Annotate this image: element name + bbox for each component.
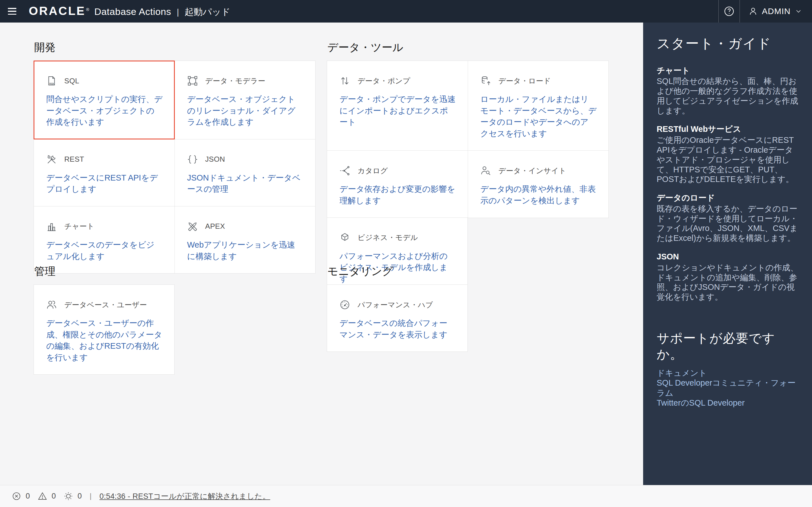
- main-area: 開発 SQL SQL 問合せやスクリプトの実行、データベース・オブジェクトの作成…: [0, 22, 812, 485]
- card-link[interactable]: データベース・ユーザーの作成、権限とその他のパラメータの編集、およびRESTの有…: [46, 318, 162, 363]
- menu-icon[interactable]: [8, 8, 16, 15]
- rest-tools-icon: [46, 154, 57, 165]
- card-performance-hub[interactable]: パフォーマンス・ハブ データベースの統合パフォーマンス・データを表示します: [327, 284, 468, 352]
- card-title: カタログ: [357, 166, 388, 176]
- gauge-icon: [340, 299, 350, 310]
- help-button[interactable]: [718, 0, 740, 22]
- question-mark-icon: [723, 6, 735, 17]
- start-guide-sidebar: スタート・ガイド チャート SQL問合せの結果から、面、棒、円および他の一般的な…: [643, 22, 812, 485]
- section-title-development: 開発: [34, 41, 315, 54]
- left-column: 開発 SQL SQL 問合せやスクリプトの実行、データベース・オブジェクトの作成…: [34, 41, 315, 485]
- card-rest[interactable]: REST データベースにREST APIをデプロイします: [34, 139, 175, 207]
- card-data-insights[interactable]: データ・インサイト データ内の異常や外れ値、非表示のパターンを検出します: [468, 151, 609, 218]
- admin-section: 管理 データベース・ユーザー データベース・ユーザーの作成、権限とその他のパラ: [34, 265, 315, 374]
- sql-document-icon: SQL: [46, 75, 57, 86]
- card-apex[interactable]: APEX Webアプリケーションを迅速に構築します: [174, 206, 316, 274]
- card-link[interactable]: データ・ポンプでデータを迅速にインポートおよびエクスポート: [340, 94, 456, 128]
- svg-text:SQL: SQL: [49, 82, 55, 85]
- card-head: チャート: [46, 221, 163, 232]
- chevron-down-icon: [795, 7, 802, 15]
- sidebar-topic-charts: チャート SQL問合せの結果から、面、棒、円および他の一般的なグラフ作成方法を使…: [657, 65, 799, 116]
- bar-chart-icon: [46, 221, 57, 232]
- card-title: APEX: [205, 222, 225, 231]
- card-head: データ・モデラー: [187, 75, 304, 86]
- card-head: JSON: [187, 154, 304, 165]
- card-charts[interactable]: チャート データベースのデータをビジュアル化します: [34, 206, 175, 274]
- card-title: チャート: [64, 221, 94, 231]
- apex-pencils-icon: [187, 221, 198, 232]
- card-link[interactable]: データ依存および変更の影響を理解します: [340, 183, 456, 206]
- card-head: パフォーマンス・ハブ: [340, 299, 456, 310]
- status-message-link[interactable]: 0:54:36 - RESTコールが正常に解決されました。: [100, 491, 270, 501]
- error-circle-icon: [12, 492, 21, 501]
- monitoring-section: モニタリング パフォーマンス・ハブ データベースの統合パフォーマンス・データを: [327, 265, 608, 351]
- topic-body: SQL問合せの結果から、面、棒、円および他の一般的なグラフ作成方法を使用してビジ…: [657, 76, 799, 115]
- users-icon: [46, 299, 57, 310]
- right-column: データ・ツール データ・ポンプ データ・ポンプでデータを迅速にインポートおよびエ…: [327, 41, 608, 485]
- card-head: データベース・ユーザー: [46, 299, 162, 310]
- link-community-forum[interactable]: SQL Developerコミュニティ・フォーラム: [657, 378, 799, 398]
- data-modeler-icon: [187, 75, 198, 86]
- card-head: データ・ロード: [480, 75, 597, 86]
- link-documentation[interactable]: ドキュメント: [657, 368, 799, 378]
- card-link[interactable]: ローカル・ファイルまたはリモート・データベースから、データのロードやデータへのア…: [480, 94, 597, 139]
- card-title: SQL: [64, 76, 79, 86]
- section-title-monitoring: モニタリング: [327, 265, 608, 277]
- page-title: 起動パッド: [185, 6, 231, 18]
- card-head: SQL SQL: [46, 75, 163, 86]
- card-sql[interactable]: SQL SQL 問合せやスクリプトの実行、データベース・オブジェクトの作成を行い…: [34, 61, 175, 139]
- topic-body: コレクションやドキュメントの作成、ドキュメントの追加や編集、削除、参照、およびJ…: [657, 263, 799, 302]
- card-link[interactable]: データ内の異常や外れ値、非表示のパターンを検出します: [480, 183, 597, 206]
- topic-body: 既存の表を移入するか、データのロード・ウィザードを使用してローカル・ファイル(A…: [657, 204, 799, 243]
- topic-heading: データのロード: [657, 193, 799, 203]
- product-title: Database Actions: [94, 6, 171, 17]
- link-twitter[interactable]: TwitterのSQL Developer: [657, 398, 799, 408]
- card-catalog[interactable]: カタログ データ依存および変更の影響を理解します: [327, 151, 468, 218]
- card-json[interactable]: JSON JSONドキュメント・データベースの管理: [174, 139, 316, 207]
- status-bar: 0 0 0 | 0:54:36 - RESTコールが正常に解決されました。: [0, 485, 812, 507]
- card-title: データ・ポンプ: [357, 76, 410, 86]
- card-head: APEX: [187, 221, 304, 232]
- card-title: データ・モデラー: [205, 76, 265, 86]
- card-title: REST: [64, 155, 84, 164]
- user-label: ADMIN: [762, 6, 791, 16]
- app-header: ORACLE® Database Actions | 起動パッド ADMIN: [0, 0, 812, 22]
- card-link[interactable]: データベースのデータをビジュアル化します: [46, 239, 163, 262]
- warning-count: 0: [52, 492, 56, 501]
- person-search-icon: [480, 165, 491, 176]
- section-title-data-tools: データ・ツール: [327, 41, 608, 54]
- user-menu[interactable]: ADMIN: [740, 0, 812, 22]
- header-actions: ADMIN: [718, 0, 812, 22]
- database-upload-icon: [480, 75, 491, 86]
- cube-icon: [340, 232, 350, 243]
- card-title: データベース・ユーザー: [64, 300, 147, 310]
- card-link[interactable]: Webアプリケーションを迅速に構築します: [187, 239, 304, 262]
- card-link[interactable]: JSONドキュメント・データベースの管理: [187, 172, 304, 195]
- topic-heading: JSON: [657, 251, 799, 262]
- card-link[interactable]: データベース・オブジェクトのリレーショナル・ダイアグラムを作成します: [187, 94, 304, 128]
- card-head: データ・ポンプ: [340, 75, 456, 86]
- database-actions-launchpad: ORACLE® Database Actions | 起動パッド ADMIN: [0, 0, 812, 507]
- card-data-modeler[interactable]: データ・モデラー データベース・オブジェクトのリレーショナル・ダイアグラムを作成…: [174, 61, 316, 139]
- card-link[interactable]: データベースにREST APIをデプロイします: [46, 172, 163, 195]
- process-count-button[interactable]: 0: [64, 492, 82, 501]
- card-link[interactable]: データベースの統合パフォーマンス・データを表示します: [340, 318, 456, 340]
- card-link[interactable]: 問合せやスクリプトの実行、データベース・オブジェクトの作成を行います: [46, 94, 163, 128]
- topic-heading: チャート: [657, 65, 799, 76]
- sidebar-topic-json: JSON コレクションやドキュメントの作成、ドキュメントの追加や編集、削除、参照…: [657, 251, 799, 302]
- warning-triangle-icon: [38, 492, 47, 501]
- card-title: パフォーマンス・ハブ: [357, 300, 433, 310]
- brand-area: ORACLE® Database Actions | 起動パッド: [29, 4, 231, 18]
- card-head: REST: [46, 154, 163, 165]
- oracle-logo: ORACLE: [29, 4, 86, 18]
- error-count-button[interactable]: 0: [12, 492, 30, 501]
- card-title: データ・ロード: [499, 76, 551, 86]
- warning-count-button[interactable]: 0: [38, 492, 56, 501]
- sidebar-title: スタート・ガイド: [657, 36, 799, 52]
- sidebar-topic-data-loading: データのロード 既存の表を移入するか、データのロード・ウィザードを使用してローカ…: [657, 193, 799, 243]
- card-data-pump[interactable]: データ・ポンプ データ・ポンプでデータを迅速にインポートおよびエクスポート: [327, 61, 468, 151]
- error-count: 0: [26, 492, 30, 501]
- topic-heading: RESTful Webサービス: [657, 124, 799, 135]
- card-data-load[interactable]: データ・ロード ローカル・ファイルまたはリモート・データベースから、データのロー…: [468, 61, 609, 151]
- card-database-users[interactable]: データベース・ユーザー データベース・ユーザーの作成、権限とその他のパラメータの…: [34, 284, 174, 375]
